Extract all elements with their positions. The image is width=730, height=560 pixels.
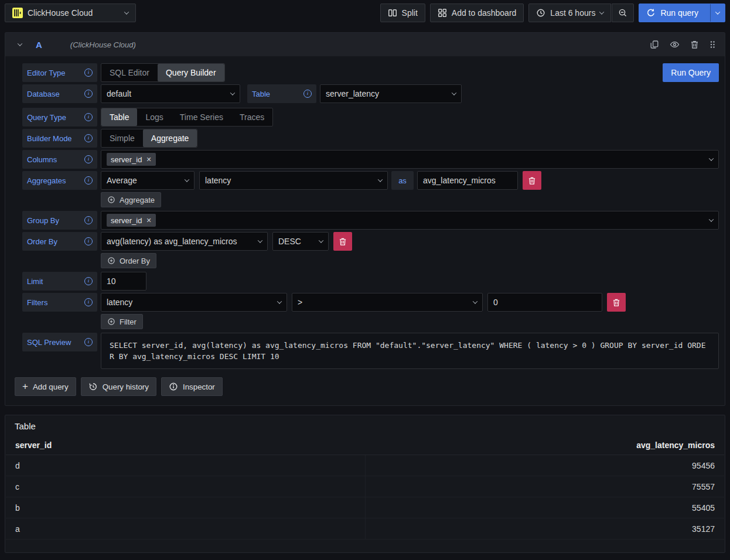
add-to-dashboard-button[interactable]: Add to dashboard xyxy=(430,4,524,22)
time-picker-group: Last 6 hours xyxy=(528,4,634,22)
inspector-button[interactable]: Inspector xyxy=(161,377,223,396)
sql-preview-label: SQL Preview i xyxy=(22,333,97,351)
remove-chip-icon[interactable]: ✕ xyxy=(146,217,151,224)
group-by-label: Group By i xyxy=(22,211,97,230)
info-icon[interactable]: i xyxy=(84,277,93,285)
info-icon[interactable]: i xyxy=(84,176,93,185)
column-header-avg-latency[interactable]: avg_latency_micros xyxy=(365,441,715,450)
table-row[interactable]: d 95456 xyxy=(6,455,724,476)
info-icon[interactable]: i xyxy=(84,338,93,346)
builder-mode-row: Builder Mode i Simple Aggregate xyxy=(22,129,719,148)
chevron-down-icon xyxy=(124,9,129,14)
time-range-button[interactable]: Last 6 hours xyxy=(528,4,611,22)
sql-preview-code: SELECT server_id, avg(latency) as avg_la… xyxy=(101,333,719,369)
zoom-out-button[interactable] xyxy=(612,4,634,22)
hide-query-eye-icon[interactable] xyxy=(670,40,680,49)
table-row[interactable]: a 35127 xyxy=(6,518,724,539)
table-row[interactable]: c 75557 xyxy=(6,476,724,497)
run-query-caret[interactable] xyxy=(710,4,725,22)
query-row-header[interactable]: A (ClickHouse Cloud) xyxy=(5,33,725,56)
drag-handle-icon[interactable] xyxy=(709,40,715,49)
query-ref-id: A xyxy=(36,40,42,50)
builder-mode-radio-group: Simple Aggregate xyxy=(101,129,197,148)
chevron-down-icon xyxy=(185,177,189,182)
option-aggregate[interactable]: Aggregate xyxy=(143,129,197,147)
aggregate-alias-field[interactable] xyxy=(417,171,518,190)
option-table[interactable]: Table xyxy=(101,108,137,126)
aggregate-function-select[interactable]: Average xyxy=(101,171,195,190)
remove-filter-button[interactable] xyxy=(607,293,626,312)
run-query-button[interactable]: Run query xyxy=(639,4,725,22)
datasource-picker[interactable]: ClickHouse Cloud xyxy=(5,4,136,22)
column-chip: server_id ✕ xyxy=(107,153,156,166)
editor-type-label: Editor Type i xyxy=(22,63,97,82)
add-order-by-button[interactable]: Order By xyxy=(101,253,156,268)
filter-operator-select[interactable]: > xyxy=(292,293,483,312)
group-by-row: Group By i server_id ✕ xyxy=(22,211,719,230)
info-icon[interactable]: i xyxy=(84,69,93,77)
collapse-chevron-icon[interactable] xyxy=(18,41,22,46)
add-filter-row: Filter xyxy=(101,314,719,329)
inspector-info-icon xyxy=(169,382,178,391)
remove-aggregate-button[interactable] xyxy=(523,171,541,190)
aggregates-row: Aggregates i Average latency as xyxy=(22,171,719,190)
option-traces[interactable]: Traces xyxy=(231,108,272,126)
database-select[interactable]: default xyxy=(101,84,240,103)
option-logs[interactable]: Logs xyxy=(137,108,171,126)
duplicate-query-icon[interactable] xyxy=(650,40,659,49)
add-order-by-row: Order By xyxy=(101,253,719,268)
datasource-name: ClickHouse Cloud xyxy=(28,8,93,18)
filters-label: Filters i xyxy=(22,293,97,312)
explore-toolbar: ClickHouse Cloud Split Add to dashboard … xyxy=(0,0,730,26)
add-aggregate-button[interactable]: Aggregate xyxy=(101,192,161,207)
limit-field[interactable] xyxy=(101,272,146,291)
panel-title: Table xyxy=(5,420,725,437)
info-icon[interactable]: i xyxy=(84,155,93,163)
columns-label: Columns i xyxy=(22,150,97,169)
as-label: as xyxy=(391,171,414,190)
toolbar-actions: Split Add to dashboard Last 6 hours xyxy=(380,4,725,22)
delete-query-trash-icon[interactable] xyxy=(690,40,699,49)
info-icon[interactable]: i xyxy=(84,113,93,121)
group-by-multiselect[interactable]: server_id ✕ xyxy=(101,211,719,230)
chevron-down-icon xyxy=(319,238,323,243)
info-icon[interactable]: i xyxy=(84,237,93,245)
chevron-down-icon xyxy=(378,177,383,182)
order-by-direction-select[interactable]: DESC xyxy=(272,232,329,251)
chevron-down-icon xyxy=(709,217,714,221)
remove-order-by-button[interactable] xyxy=(333,232,352,251)
result-table: server_id avg_latency_micros d 95456 c 7… xyxy=(5,437,725,539)
option-query-builder[interactable]: Query Builder xyxy=(158,64,224,81)
chevron-down-icon xyxy=(709,156,714,161)
info-icon[interactable]: i xyxy=(303,90,312,98)
table-row[interactable]: b 55405 xyxy=(6,497,724,518)
query-history-button[interactable]: Query history xyxy=(81,377,156,396)
option-simple[interactable]: Simple xyxy=(101,129,143,147)
chevron-down-icon xyxy=(258,238,262,243)
explore-secondary-actions: + Add query Query history Inspector xyxy=(5,371,725,405)
option-time-series[interactable]: Time Series xyxy=(172,108,231,126)
filter-field-select[interactable]: latency xyxy=(101,293,287,312)
filter-value-field[interactable] xyxy=(487,293,602,312)
columns-multiselect[interactable]: server_id ✕ xyxy=(101,150,719,169)
info-icon[interactable]: i xyxy=(84,90,93,98)
query-type-label: Query Type i xyxy=(22,108,97,127)
order-by-field-select[interactable]: avg(latency) as avg_latency_micros xyxy=(101,232,268,251)
info-icon[interactable]: i xyxy=(84,298,93,306)
split-button[interactable]: Split xyxy=(380,4,425,22)
table-select[interactable]: server_latency xyxy=(320,84,462,103)
editor-type-radio-group: SQL Editor Query Builder xyxy=(101,63,225,82)
query-row-actions xyxy=(650,40,715,49)
info-icon[interactable]: i xyxy=(84,216,93,224)
columns-row: Columns i server_id ✕ xyxy=(22,150,719,169)
run-query-inline-button[interactable]: Run Query xyxy=(663,63,719,82)
aggregate-column-select[interactable]: latency xyxy=(199,171,388,190)
history-icon xyxy=(88,382,98,391)
remove-chip-icon[interactable]: ✕ xyxy=(146,156,151,163)
info-icon[interactable]: i xyxy=(84,134,93,142)
option-sql-editor[interactable]: SQL Editor xyxy=(101,64,158,81)
column-header-server-id[interactable]: server_id xyxy=(15,441,365,450)
add-filter-button[interactable]: Filter xyxy=(101,314,143,329)
add-query-button[interactable]: + Add query xyxy=(15,377,76,396)
table-label: Table i xyxy=(247,84,316,103)
